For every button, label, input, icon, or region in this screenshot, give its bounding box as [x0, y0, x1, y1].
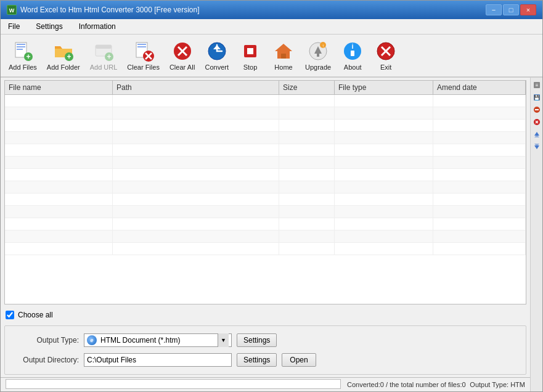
add-url-button: + Add URL — [86, 37, 122, 74]
table-row — [5, 95, 526, 107]
stop-button[interactable]: Stop — [234, 37, 266, 74]
table-row — [5, 194, 526, 206]
table-row — [5, 181, 526, 194]
svg-text:+: + — [67, 52, 71, 61]
select-arrow-icon[interactable]: ▼ — [218, 333, 229, 347]
add-files-icon: + — [12, 40, 34, 62]
add-url-icon: + — [92, 40, 115, 62]
table-row — [5, 107, 526, 120]
table-row — [5, 144, 526, 157]
add-folder-icon: + — [52, 40, 75, 62]
add-files-label: Add Files — [9, 63, 37, 71]
convert-icon — [206, 40, 228, 62]
about-icon: i — [341, 40, 364, 62]
output-directory-row: Output Directory: Settings Open — [11, 353, 520, 367]
stop-icon — [239, 40, 261, 62]
directory-settings-button[interactable]: Settings — [237, 353, 277, 367]
output-type-label: Output Type: — [11, 336, 79, 345]
table-row — [5, 206, 526, 218]
table-row — [5, 243, 526, 255]
output-type-settings-button[interactable]: Settings — [237, 333, 277, 347]
svg-rect-33 — [351, 51, 354, 56]
table-row — [5, 157, 526, 169]
add-files-button[interactable]: + Add Files — [4, 37, 41, 74]
open-directory-button[interactable]: Open — [282, 353, 316, 367]
svg-rect-11 — [96, 45, 112, 49]
stop-label: Stop — [243, 63, 258, 71]
sidebar-remove-btn[interactable] — [532, 105, 542, 115]
sidebar-stop-btn[interactable] — [532, 117, 542, 127]
window-controls: − □ × — [486, 4, 536, 15]
table-header: File name Path Size File type Amend date — [5, 81, 526, 95]
menu-information[interactable]: Information — [74, 20, 121, 33]
table-body[interactable] — [5, 95, 526, 304]
output-type-select[interactable]: e HTML Document (*.htm) ▼ — [84, 333, 232, 347]
progress-section — [6, 379, 341, 390]
sidebar-scroll-up-btn[interactable]: ≡ — [532, 80, 542, 90]
main-content: File name Path Size File type Amend date — [1, 78, 542, 391]
upgrade-label: Upgrade — [305, 63, 331, 71]
exit-button[interactable]: Exit — [370, 37, 402, 74]
converted-status: Converted:0 / the total number of files:… — [347, 381, 466, 388]
sidebar-move-down-btn[interactable] — [532, 142, 542, 152]
sidebar-save-btn[interactable]: 💾 — [532, 92, 542, 102]
menu-bar: File Settings Information — [1, 19, 542, 35]
clear-all-button[interactable]: Clear AIl — [165, 37, 200, 74]
maximize-button[interactable]: □ — [503, 4, 519, 15]
right-sidebar: ≡ 💾 — [530, 78, 542, 391]
home-button[interactable]: Home — [267, 37, 300, 74]
svg-text:W: W — [9, 7, 15, 14]
main-window: W Word Excel to Htm Html Converter 3000 … — [0, 0, 543, 392]
file-area: File name Path Size File type Amend date — [1, 78, 530, 391]
col-header-filename: File name — [5, 81, 113, 94]
about-button[interactable]: i About — [337, 37, 369, 74]
output-type-status: Output Type: HTM — [470, 381, 525, 388]
menu-file[interactable]: File — [3, 20, 25, 33]
window-title: Word Excel to Htm Html Converter 3000 [F… — [20, 6, 200, 14]
svg-text:i: i — [352, 43, 354, 50]
table-row — [5, 231, 526, 243]
status-bar: Converted:0 / the total number of files:… — [1, 377, 530, 391]
table-row — [5, 120, 526, 132]
output-type-row: Output Type: e HTML Document (*.htm) ▼ S… — [11, 333, 520, 347]
table-row — [5, 218, 526, 231]
svg-rect-4 — [17, 46, 25, 47]
app-icon: W — [7, 5, 17, 15]
clear-files-icon — [133, 40, 155, 62]
svg-text:↑: ↑ — [322, 43, 324, 49]
title-bar: W Word Excel to Htm Html Converter 3000 … — [1, 1, 542, 19]
svg-rect-15 — [137, 44, 146, 45]
convert-button[interactable]: Convert — [200, 37, 233, 74]
toolbar: + Add Files + Add Folder — [1, 35, 542, 78]
svg-text:≡: ≡ — [535, 83, 538, 88]
svg-text:💾: 💾 — [534, 94, 540, 100]
exit-label: Exit — [380, 63, 391, 71]
home-icon — [272, 40, 295, 62]
col-header-amenddate: Amend date — [433, 81, 526, 94]
choose-all-label[interactable]: Choose all — [18, 311, 53, 319]
svg-rect-5 — [17, 49, 23, 50]
add-url-label: Add URL — [90, 63, 118, 71]
upgrade-button[interactable]: ↑ Upgrade — [301, 37, 335, 74]
output-directory-input[interactable] — [84, 353, 232, 367]
output-directory-label: Output Directory: — [11, 356, 79, 364]
clear-files-button[interactable]: Clear Files — [123, 37, 164, 74]
clear-all-icon — [171, 40, 194, 62]
upgrade-icon: ↑ — [307, 40, 329, 62]
choose-all-checkbox[interactable] — [6, 311, 14, 319]
file-table: File name Path Size File type Amend date — [4, 80, 526, 304]
add-folder-button[interactable]: + Add Folder — [43, 37, 84, 74]
svg-text:+: + — [107, 52, 111, 61]
exit-icon — [375, 40, 397, 62]
menu-settings[interactable]: Settings — [31, 20, 67, 33]
clear-all-label: Clear AIl — [169, 63, 195, 71]
output-settings-panel: Output Type: e HTML Document (*.htm) ▼ S… — [4, 325, 526, 375]
table-row — [5, 132, 526, 144]
svg-rect-27 — [281, 54, 286, 59]
svg-rect-16 — [137, 46, 146, 47]
minimize-button[interactable]: − — [486, 4, 502, 15]
table-row — [5, 169, 526, 181]
progress-bar-container — [6, 379, 341, 389]
sidebar-move-up-btn[interactable] — [532, 129, 542, 139]
close-button[interactable]: × — [520, 4, 536, 15]
